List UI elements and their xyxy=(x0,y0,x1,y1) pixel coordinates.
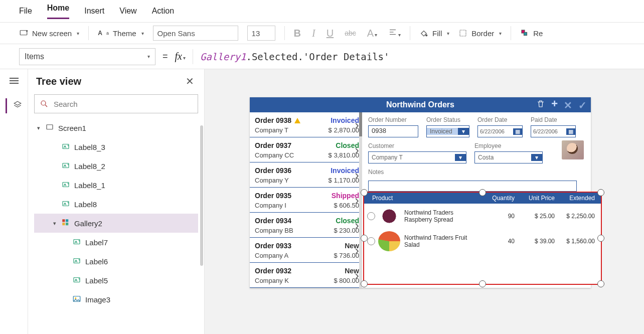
canvas[interactable]: Northwind Orders + ✕ ✓ Order 0938 Invoic… xyxy=(205,69,644,334)
svg-rect-4 xyxy=(524,33,527,36)
tree-view-panel: Tree view ✕ ▾Screen1Label8_3Label8_2Labe… xyxy=(28,69,205,334)
left-rail xyxy=(0,69,28,334)
align-button[interactable]: ▾ xyxy=(388,28,401,39)
order-status-select[interactable]: Invoiced▾ xyxy=(426,125,469,137)
product-name: Northwind Traders Raspberry Spread xyxy=(404,209,479,223)
chevron-right-icon: › xyxy=(355,117,359,132)
chevron-right-icon: › xyxy=(355,192,359,208)
tree-item-label: Label8 xyxy=(74,200,97,209)
resize-handle[interactable] xyxy=(361,189,368,196)
formula-input[interactable]: Gallery1.Selected.'Order Details' xyxy=(200,51,390,62)
order-company: Company K xyxy=(255,277,289,284)
bold-button[interactable]: B xyxy=(294,28,301,39)
tree-item-gallery2[interactable]: ▾Gallery2 xyxy=(34,214,198,233)
resize-handle[interactable] xyxy=(479,280,486,287)
hamburger-icon[interactable] xyxy=(10,76,19,85)
strike-button[interactable]: abc xyxy=(345,29,356,37)
employee-avatar xyxy=(562,140,584,159)
product-extended: $ 2,250.00 xyxy=(555,213,595,220)
fill-button[interactable]: Fill▾ xyxy=(419,29,449,38)
row-selector[interactable] xyxy=(367,237,375,245)
tree-search-input[interactable] xyxy=(53,99,193,109)
cancel-icon[interactable]: ✕ xyxy=(564,99,572,111)
svg-rect-13 xyxy=(62,223,65,225)
order-list-item[interactable]: Order 0938 InvoicedCompany T$ 2,870.00› xyxy=(250,112,362,137)
tree-item-image3[interactable]: Image3 xyxy=(34,290,198,309)
order-list-item[interactable]: Order 0934ClosedCompany BB$ 230.00› xyxy=(250,213,362,238)
order-date-field[interactable]: 6/22/2006▦ xyxy=(477,125,523,137)
border-button[interactable]: Border▾ xyxy=(458,29,502,38)
underline-button[interactable]: U xyxy=(327,28,334,39)
paid-date-field[interactable]: 6/22/2006▦ xyxy=(531,125,576,137)
product-thumbnail xyxy=(378,231,400,251)
property-selector[interactable]: Items▾ xyxy=(19,48,155,65)
tree-item-label8_3[interactable]: Label8_3 xyxy=(34,137,198,156)
font-color-button[interactable]: A▾ xyxy=(367,28,377,39)
resize-handle[interactable] xyxy=(479,189,486,196)
tree-item-label5[interactable]: Label5 xyxy=(34,271,198,290)
tree-item-label8[interactable]: Label8 xyxy=(34,195,198,214)
accept-icon[interactable]: ✓ xyxy=(578,99,587,111)
expand-icon[interactable]: ▾ xyxy=(52,220,57,227)
resize-handle[interactable] xyxy=(597,235,604,242)
font-family-select[interactable] xyxy=(153,26,238,41)
tree-item-screen1[interactable]: ▾Screen1 xyxy=(34,118,198,137)
tree-search-box[interactable] xyxy=(34,94,198,113)
reorder-button[interactable]: Re xyxy=(520,29,543,38)
tree-item-label: Screen1 xyxy=(58,124,86,132)
menu-action[interactable]: Action xyxy=(152,7,174,16)
tree-item-icon xyxy=(61,218,70,229)
order-number-label: Order Number xyxy=(368,116,418,123)
reorder-icon xyxy=(520,29,529,38)
tree-item-icon xyxy=(72,294,81,305)
employee-select[interactable]: Costa▾ xyxy=(474,151,543,163)
fx-icon[interactable]: fx xyxy=(175,51,182,62)
tree-item-label6[interactable]: Label6 xyxy=(34,252,198,271)
gallery2-selection[interactable]: Product Quantity Unit Price Extended Nor… xyxy=(363,192,602,285)
grid-row[interactable]: Northwind Traders Fruit Salad40$ 39.00$ … xyxy=(364,229,601,254)
menu-insert[interactable]: Insert xyxy=(84,7,104,16)
grid-row[interactable]: Northwind Traders Raspberry Spread90$ 25… xyxy=(364,204,601,229)
tree-item-label: Label7 xyxy=(85,238,108,247)
tree-item-label: Gallery2 xyxy=(74,219,102,228)
svg-rect-2 xyxy=(460,30,466,36)
product-price: $ 39.00 xyxy=(515,238,555,245)
resize-handle[interactable] xyxy=(361,280,368,287)
resize-handle[interactable] xyxy=(361,235,368,242)
customer-select[interactable]: Company T▾ xyxy=(368,151,466,163)
menu-home[interactable]: Home xyxy=(47,4,69,19)
menu-view[interactable]: View xyxy=(119,7,136,16)
svg-rect-11 xyxy=(62,219,65,222)
tree-item-label: Label8_2 xyxy=(74,162,105,171)
close-tree-button[interactable]: ✕ xyxy=(186,75,194,87)
svg-point-5 xyxy=(41,101,46,105)
order-list-item[interactable]: Order 0935ShippedCompany I$ 606.50› xyxy=(250,188,362,213)
new-screen-button[interactable]: New screen▾ xyxy=(19,29,79,38)
row-selector[interactable] xyxy=(367,212,375,220)
order-list-item[interactable]: Order 0936InvoicedCompany Y$ 1,170.00› xyxy=(250,162,362,188)
theme-button[interactable]: Aa Theme▾ xyxy=(98,29,143,38)
delete-icon[interactable] xyxy=(536,99,545,111)
order-number-field[interactable]: 0938 xyxy=(368,125,418,137)
tree-item-label8_1[interactable]: Label8_1 xyxy=(34,176,198,195)
tree-item-label8_2[interactable]: Label8_2 xyxy=(34,156,198,176)
product-name: Northwind Traders Fruit Salad xyxy=(404,234,479,248)
order-list: Order 0938 InvoicedCompany T$ 2,870.00›O… xyxy=(250,112,362,288)
order-list-item[interactable]: Order 0933NewCompany A$ 736.00› xyxy=(250,238,362,263)
tree-item-label7[interactable]: Label7 xyxy=(34,233,198,252)
tree-view-rail-button[interactable] xyxy=(6,98,22,113)
notes-field[interactable] xyxy=(368,181,577,192)
font-size-select[interactable] xyxy=(247,26,275,41)
notes-label: Notes xyxy=(368,169,585,176)
tree-scrollbar[interactable] xyxy=(200,125,203,266)
tree-list: ▾Screen1Label8_3Label8_2Label8_1Label8▾G… xyxy=(34,118,198,334)
add-icon[interactable]: + xyxy=(551,99,558,111)
order-list-item[interactable]: Order 0932NewCompany K$ 800.00› xyxy=(250,263,362,288)
resize-handle[interactable] xyxy=(597,280,604,287)
expand-icon[interactable]: ▾ xyxy=(36,125,41,131)
menu-file[interactable]: File xyxy=(19,7,32,16)
tree-item-label: Label8_1 xyxy=(74,181,105,190)
order-list-item[interactable]: Order 0937ClosedCompany CC$ 3,810.00› xyxy=(250,137,362,162)
italic-button[interactable]: I xyxy=(312,28,315,39)
resize-handle[interactable] xyxy=(597,189,604,196)
